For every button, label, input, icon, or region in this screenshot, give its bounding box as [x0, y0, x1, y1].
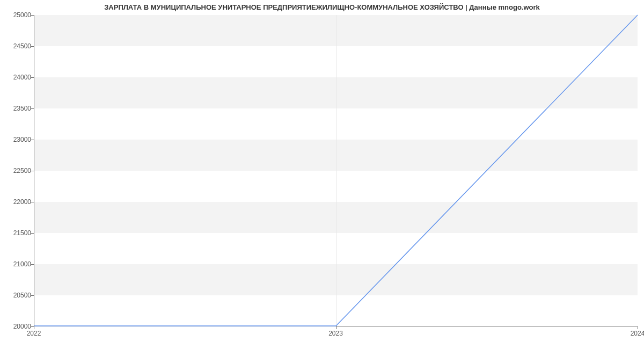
y-tick-label: 23500 — [4, 105, 31, 112]
y-tick-mark — [31, 140, 34, 140]
x-tick-mark — [638, 326, 638, 329]
y-tick-label: 22000 — [4, 198, 31, 206]
series-line — [34, 15, 638, 326]
y-tick-label: 22500 — [4, 167, 31, 174]
y-tick-mark — [31, 233, 34, 234]
y-tick-label: 21500 — [4, 229, 31, 237]
y-tick-mark — [31, 77, 34, 78]
y-tick-label: 24500 — [4, 42, 31, 50]
y-tick-mark — [31, 15, 34, 16]
y-tick-mark — [31, 295, 34, 296]
y-tick-label: 21000 — [4, 260, 31, 268]
y-tick-mark — [31, 171, 34, 171]
chart-container: ЗАРПЛАТА В МУНИЦИПАЛЬНОЕ УНИТАРНОЕ ПРЕДП… — [0, 0, 644, 349]
y-tick-mark — [31, 108, 34, 109]
y-tick-mark — [31, 202, 34, 202]
y-tick-mark — [31, 46, 34, 47]
y-tick-label: 20500 — [4, 292, 31, 299]
y-tick-label: 24000 — [4, 74, 31, 81]
y-tick-label: 23000 — [4, 136, 31, 143]
y-tick-label: 25000 — [4, 11, 31, 19]
x-tick-mark — [336, 326, 336, 329]
y-tick-label: 20000 — [4, 323, 31, 330]
y-tick-mark — [31, 264, 34, 265]
x-tick-label: 2024 — [631, 330, 644, 337]
x-tick-label: 2022 — [27, 330, 41, 337]
x-tick-mark — [34, 326, 34, 329]
line-series — [34, 15, 638, 326]
plot-area — [34, 15, 638, 326]
chart-title: ЗАРПЛАТА В МУНИЦИПАЛЬНОЕ УНИТАРНОЕ ПРЕДП… — [0, 3, 644, 11]
x-tick-label: 2023 — [328, 330, 343, 337]
